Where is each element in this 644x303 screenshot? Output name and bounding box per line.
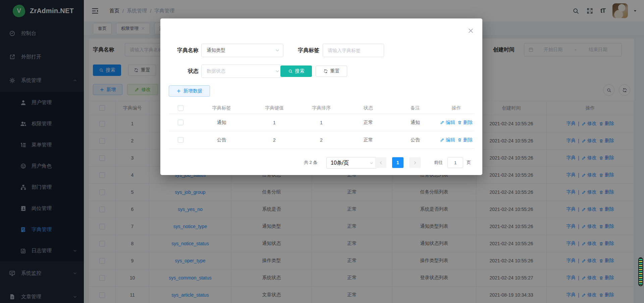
cell-dict-value: 1 [251,114,298,131]
row-checkbox[interactable] [178,137,183,143]
modal-add-data-button[interactable]: 新增数据 [169,85,210,97]
row-edit-link[interactable]: 编辑 [440,137,455,143]
modal-status-select[interactable]: 数据状态 [201,64,283,78]
pagination-next-button[interactable] [409,157,421,168]
pagination-page-size-select[interactable]: 10条/页 [326,157,377,169]
cell-remark: 公告 [392,131,439,149]
modal-dict-label-label: 字典标签 [284,44,319,57]
modal-table-row: 公告 2 2 正常 公告 编辑 删除 [169,131,474,149]
header-status: 状态 [345,102,392,114]
cell-dict-label: 通知 [192,114,251,131]
pencil-icon [440,120,444,125]
modal-status-label: 状态 [169,64,199,78]
header-dict-value: 字典键值 [251,102,298,114]
chevron-left-icon [379,161,383,165]
dict-data-modal: 字典名称 通知类型 字典标签 状态 数据状态 搜索 重置 新增数据 字典标签 [160,18,482,175]
modal-dict-data-table: 字典标签 字典键值 字典排序 状态 备注 操作 通知 1 1 正常 通知 [169,102,474,149]
chevron-down-icon [369,161,374,165]
app-root: V ZrAdmin.NET 控制台 外部打开 [0,0,644,303]
modal-dict-name-select[interactable]: 通知类型 [201,44,283,57]
pagination-total: 共 2 条 [304,157,317,168]
pagination-prev-button[interactable] [375,157,386,168]
modal-table-row: 通知 1 1 正常 通知 编辑 删除 [169,114,474,131]
select-all-checkbox[interactable] [178,105,183,111]
chevron-right-icon [413,161,417,165]
cell-remark: 通知 [392,114,439,131]
trash-icon [458,138,462,142]
cell-dict-sort: 1 [298,114,345,131]
row-delete-link[interactable]: 删除 [458,120,473,126]
header-remark: 备注 [392,102,439,114]
row-checkbox-cell [169,131,192,149]
cell-status: 正常 [345,114,392,131]
cell-dict-label: 公告 [192,131,251,149]
close-icon[interactable] [468,28,474,34]
pagination-page-1-button[interactable]: 1 [392,157,404,168]
row-edit-link[interactable]: 编辑 [440,120,455,126]
header-checkbox-cell [169,102,192,114]
chevron-down-icon [275,48,280,53]
cell-status: 正常 [345,131,392,149]
modal-reset-button[interactable]: 重置 [316,66,347,77]
row-checkbox-cell [169,114,192,131]
plus-icon [176,89,181,93]
search-icon [288,69,293,74]
trash-icon [458,120,462,125]
row-checkbox[interactable] [178,120,183,125]
modal-search-button[interactable]: 搜索 [280,66,312,77]
chevron-down-icon [275,69,280,74]
row-delete-link[interactable]: 删除 [458,137,473,143]
pagination-page-unit: 页 [467,157,471,168]
header-dict-sort: 字典排序 [298,102,345,114]
pencil-icon [440,138,444,142]
header-dict-label: 字典标签 [192,102,251,114]
refresh-icon [323,69,328,74]
modal-dict-label-input[interactable] [323,44,384,57]
pagination-goto-label: 前往 [434,157,443,168]
cell-dict-value: 2 [251,131,298,149]
cell-operations: 编辑 删除 [439,114,474,131]
scrollbar-thumb-artifact[interactable] [638,257,643,286]
cell-dict-sort: 2 [298,131,345,149]
modal-table-header-row: 字典标签 字典键值 字典排序 状态 备注 操作 [169,102,474,114]
pagination-goto-input[interactable] [447,157,463,168]
cell-operations: 编辑 删除 [439,131,474,149]
header-operations: 操作 [439,102,474,114]
modal-dict-name-label: 字典名称 [169,44,199,57]
